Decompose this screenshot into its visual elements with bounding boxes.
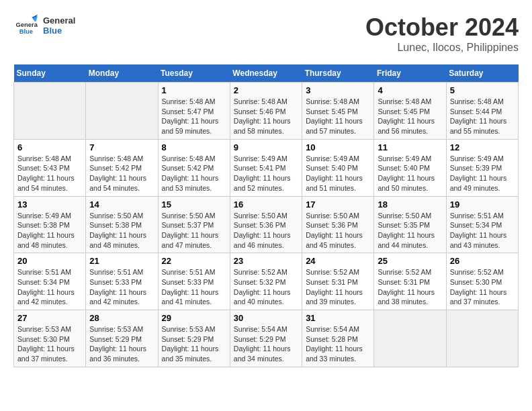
- day-info: Sunrise: 5:48 AMSunset: 5:45 PMDaylight:…: [306, 97, 370, 136]
- day-number: 23: [234, 256, 298, 266]
- weekday-header: Monday: [86, 64, 158, 83]
- day-info: Sunrise: 5:53 AMSunset: 5:30 PMDaylight:…: [17, 324, 82, 364]
- day-info: Sunrise: 5:53 AMSunset: 5:29 PMDaylight:…: [162, 324, 226, 364]
- calendar-cell: 11Sunrise: 5:49 AMSunset: 5:40 PMDayligh…: [374, 139, 446, 196]
- day-info: Sunrise: 5:49 AMSunset: 5:40 PMDaylight:…: [378, 154, 442, 193]
- calendar-cell: 31Sunrise: 5:54 AMSunset: 5:28 PMDayligh…: [302, 310, 374, 367]
- day-number: 9: [234, 142, 298, 152]
- calendar-cell: 13Sunrise: 5:49 AMSunset: 5:38 PMDayligh…: [14, 196, 86, 253]
- day-info: Sunrise: 5:48 AMSunset: 5:43 PMDaylight:…: [17, 154, 82, 193]
- day-number: 20: [17, 256, 82, 266]
- calendar-cell: 9Sunrise: 5:49 AMSunset: 5:41 PMDaylight…: [230, 139, 302, 196]
- day-number: 6: [17, 142, 82, 152]
- day-info: Sunrise: 5:48 AMSunset: 5:47 PMDaylight:…: [162, 97, 226, 136]
- day-info: Sunrise: 5:51 AMSunset: 5:33 PMDaylight:…: [162, 267, 226, 307]
- day-info: Sunrise: 5:54 AMSunset: 5:29 PMDaylight:…: [234, 324, 298, 364]
- day-number: 14: [89, 199, 154, 210]
- day-info: Sunrise: 5:49 AMSunset: 5:39 PMDaylight:…: [450, 154, 515, 193]
- calendar-cell: 27Sunrise: 5:53 AMSunset: 5:30 PMDayligh…: [14, 310, 86, 367]
- weekday-header: Friday: [374, 64, 446, 83]
- day-number: 16: [234, 199, 298, 210]
- day-info: Sunrise: 5:50 AMSunset: 5:35 PMDaylight:…: [378, 211, 442, 250]
- title-block: October 2024 Lunec, Ilocos, Philippines: [365, 13, 519, 54]
- day-number: 3: [306, 85, 370, 95]
- day-number: 15: [162, 199, 226, 210]
- calendar-cell: 18Sunrise: 5:50 AMSunset: 5:35 PMDayligh…: [374, 196, 446, 253]
- weekday-header: Thursday: [302, 64, 374, 83]
- calendar-cell: 17Sunrise: 5:50 AMSunset: 5:36 PMDayligh…: [302, 196, 374, 253]
- day-number: 12: [450, 142, 515, 152]
- day-info: Sunrise: 5:48 AMSunset: 5:42 PMDaylight:…: [89, 154, 154, 193]
- logo-line2: Blue: [43, 26, 75, 36]
- day-info: Sunrise: 5:50 AMSunset: 5:37 PMDaylight:…: [162, 211, 226, 250]
- calendar-cell: 2Sunrise: 5:48 AMSunset: 5:46 PMDaylight…: [230, 83, 302, 140]
- calendar-week-row: 13Sunrise: 5:49 AMSunset: 5:38 PMDayligh…: [14, 196, 519, 253]
- location-title: Lunec, Ilocos, Philippines: [365, 42, 519, 54]
- month-title: October 2024: [365, 13, 519, 42]
- day-info: Sunrise: 5:52 AMSunset: 5:31 PMDaylight:…: [306, 267, 370, 307]
- day-info: Sunrise: 5:49 AMSunset: 5:38 PMDaylight:…: [17, 211, 82, 250]
- calendar-cell: 6Sunrise: 5:48 AMSunset: 5:43 PMDaylight…: [14, 139, 86, 196]
- calendar-week-row: 6Sunrise: 5:48 AMSunset: 5:43 PMDaylight…: [14, 139, 519, 196]
- day-number: 31: [306, 313, 370, 323]
- weekday-header: Saturday: [446, 64, 518, 83]
- day-info: Sunrise: 5:50 AMSunset: 5:36 PMDaylight:…: [234, 211, 298, 250]
- calendar-cell: 22Sunrise: 5:51 AMSunset: 5:33 PMDayligh…: [158, 253, 230, 310]
- day-info: Sunrise: 5:50 AMSunset: 5:36 PMDaylight:…: [306, 211, 370, 250]
- day-number: 4: [378, 85, 442, 95]
- calendar-cell: 4Sunrise: 5:48 AMSunset: 5:45 PMDaylight…: [374, 83, 446, 140]
- day-number: 18: [378, 199, 442, 210]
- day-info: Sunrise: 5:52 AMSunset: 5:30 PMDaylight:…: [450, 267, 515, 307]
- calendar-cell: 21Sunrise: 5:51 AMSunset: 5:33 PMDayligh…: [86, 253, 158, 310]
- calendar-body: 1Sunrise: 5:48 AMSunset: 5:47 PMDaylight…: [14, 83, 519, 367]
- day-number: 8: [162, 142, 226, 152]
- calendar-cell: 1Sunrise: 5:48 AMSunset: 5:47 PMDaylight…: [158, 83, 230, 140]
- calendar-cell: 10Sunrise: 5:49 AMSunset: 5:40 PMDayligh…: [302, 139, 374, 196]
- weekday-header: Tuesday: [158, 64, 230, 83]
- day-number: 30: [234, 313, 298, 323]
- calendar-cell: 20Sunrise: 5:51 AMSunset: 5:34 PMDayligh…: [14, 253, 86, 310]
- day-info: Sunrise: 5:52 AMSunset: 5:32 PMDaylight:…: [234, 267, 298, 307]
- calendar-cell: [446, 310, 518, 367]
- day-number: 1: [162, 85, 226, 95]
- logo-icon: General Blue: [13, 13, 38, 38]
- day-info: Sunrise: 5:53 AMSunset: 5:29 PMDaylight:…: [89, 324, 154, 364]
- day-info: Sunrise: 5:48 AMSunset: 5:44 PMDaylight:…: [450, 97, 515, 136]
- day-number: 17: [306, 199, 370, 210]
- day-number: 24: [306, 256, 370, 266]
- day-info: Sunrise: 5:54 AMSunset: 5:28 PMDaylight:…: [306, 324, 370, 364]
- day-info: Sunrise: 5:49 AMSunset: 5:41 PMDaylight:…: [234, 154, 298, 193]
- day-number: 5: [450, 85, 515, 95]
- calendar-cell: 26Sunrise: 5:52 AMSunset: 5:30 PMDayligh…: [446, 253, 518, 310]
- calendar-cell: 29Sunrise: 5:53 AMSunset: 5:29 PMDayligh…: [158, 310, 230, 367]
- day-number: 2: [234, 85, 298, 95]
- day-info: Sunrise: 5:48 AMSunset: 5:45 PMDaylight:…: [378, 97, 442, 136]
- calendar-cell: 8Sunrise: 5:48 AMSunset: 5:42 PMDaylight…: [158, 139, 230, 196]
- calendar-cell: 15Sunrise: 5:50 AMSunset: 5:37 PMDayligh…: [158, 196, 230, 253]
- calendar-cell: 30Sunrise: 5:54 AMSunset: 5:29 PMDayligh…: [230, 310, 302, 367]
- calendar-cell: 3Sunrise: 5:48 AMSunset: 5:45 PMDaylight…: [302, 83, 374, 140]
- weekday-header: Wednesday: [230, 64, 302, 83]
- day-info: Sunrise: 5:50 AMSunset: 5:38 PMDaylight:…: [89, 211, 154, 250]
- calendar-header-row: SundayMondayTuesdayWednesdayThursdayFrid…: [14, 64, 519, 83]
- day-number: 10: [306, 142, 370, 152]
- calendar-cell: 19Sunrise: 5:51 AMSunset: 5:34 PMDayligh…: [446, 196, 518, 253]
- calendar-cell: [86, 83, 158, 140]
- weekday-header: Sunday: [14, 64, 86, 83]
- day-number: 28: [89, 313, 154, 323]
- calendar-week-row: 20Sunrise: 5:51 AMSunset: 5:34 PMDayligh…: [14, 253, 519, 310]
- day-number: 21: [89, 256, 154, 266]
- calendar-cell: [14, 83, 86, 140]
- day-number: 29: [162, 313, 226, 323]
- calendar-table: SundayMondayTuesdayWednesdayThursdayFrid…: [13, 64, 519, 367]
- day-info: Sunrise: 5:51 AMSunset: 5:34 PMDaylight:…: [450, 211, 515, 250]
- day-number: 13: [17, 199, 82, 210]
- day-number: 25: [378, 256, 442, 266]
- day-number: 19: [450, 199, 515, 210]
- calendar-cell: 25Sunrise: 5:52 AMSunset: 5:31 PMDayligh…: [374, 253, 446, 310]
- calendar-cell: 7Sunrise: 5:48 AMSunset: 5:42 PMDaylight…: [86, 139, 158, 196]
- logo: General Blue General Blue: [13, 13, 75, 38]
- calendar-cell: 28Sunrise: 5:53 AMSunset: 5:29 PMDayligh…: [86, 310, 158, 367]
- day-number: 11: [378, 142, 442, 152]
- day-number: 7: [89, 142, 154, 152]
